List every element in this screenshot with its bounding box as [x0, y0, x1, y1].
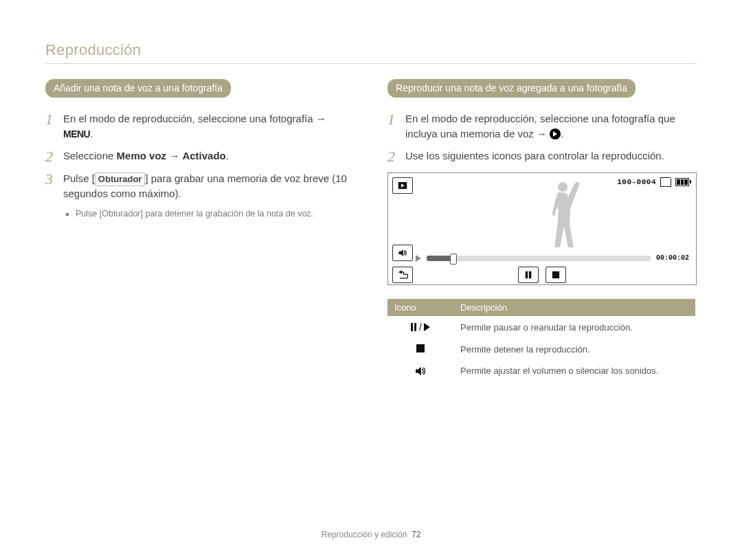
right-step-1: 1 En el modo de reproducción, seleccione… [387, 111, 697, 142]
play-rect-icon [398, 181, 407, 190]
t: . [226, 150, 229, 161]
svg-marker-3 [398, 249, 403, 256]
t-bold: Memo voz [117, 150, 167, 161]
volume-button[interactable] [392, 245, 413, 261]
step-body: Use los siguientes iconos para controlar… [405, 148, 697, 164]
stop-icon [416, 344, 425, 352]
camera-lcd-preview: 100-0004 [387, 172, 697, 285]
t: Pulse [ [76, 209, 102, 219]
header-desc: Descripción [453, 299, 695, 316]
desc-cell: Permite pausar o reanudar la reproducció… [453, 316, 695, 339]
icon-cell-volume [387, 360, 453, 382]
step-number: 1 [387, 112, 405, 127]
step-number: 1 [45, 112, 63, 127]
right-column: Reproducir una nota de voz agregada a un… [387, 79, 697, 381]
icon-cell-pauseplay: / [387, 316, 453, 339]
svg-point-2 [558, 182, 567, 192]
playback-disc-icon [550, 128, 561, 139]
volume-icon [414, 366, 427, 376]
lcd-transport-controls [518, 267, 566, 283]
menu-icon: MENU [63, 128, 90, 139]
step-body: En el modo de reproducción, seleccione u… [405, 111, 697, 142]
pause-button[interactable] [518, 267, 539, 283]
pause-play-icon: / [411, 322, 430, 333]
lcd-status-bar: 100-0004 [617, 177, 689, 187]
t: Seleccione [63, 150, 117, 161]
progress-track[interactable] [427, 256, 651, 261]
t: Pulse [ [63, 172, 95, 184]
icon-description-table: Icono Descripción / Permite pausar o rea… [387, 299, 695, 382]
page-number: 72 [412, 530, 420, 539]
back-button[interactable] [392, 267, 413, 283]
left-step-2: 2 Seleccione Memo voz → Activado. [45, 148, 355, 164]
pause-icon [524, 271, 532, 279]
file-counter: 100-0004 [617, 178, 656, 186]
desc-cell: Permite detener la reproducción. [453, 339, 695, 360]
progress-bar-row: 00:00:02 [416, 253, 689, 264]
left-step-3: 3 Pulse [Obturador] para grabar una memo… [45, 171, 355, 202]
button-key-label: Obturador [95, 172, 146, 187]
step-body: En el modo de reproducción, seleccione u… [63, 111, 355, 142]
lcd-top-left-buttons [392, 177, 413, 194]
svg-rect-7 [552, 271, 559, 278]
svg-rect-5 [526, 271, 528, 278]
desc-cell: Permite ajustar el volumen o silenciar l… [453, 360, 695, 382]
icon-cell-stop [387, 339, 453, 360]
right-step-2: 2 Use los siguientes iconos para control… [387, 148, 697, 164]
progress-thumb[interactable] [450, 254, 457, 265]
stop-button[interactable] [546, 267, 566, 283]
elapsed-time: 00:00:02 [656, 254, 689, 262]
section-rule [45, 63, 697, 64]
t: ] para detener la grabación de la nota d… [141, 209, 314, 219]
lcd-left-buttons [392, 245, 413, 261]
left-step-1: 1 En el modo de reproducción, seleccione… [45, 111, 355, 142]
table-header-row: Icono Descripción [387, 299, 695, 316]
mini-play-icon [416, 255, 421, 262]
table-row: / Permite pausar o reanudar la reproducc… [387, 316, 695, 339]
lcd-bottom-bar [388, 265, 696, 284]
table-row: Permite ajustar el volumen o silenciar l… [387, 360, 695, 382]
t: → [166, 150, 182, 161]
step-text: En el modo de reproducción, seleccione u… [63, 113, 326, 124]
step-number: 3 [45, 172, 63, 187]
step-body: Seleccione Memo voz → Activado. [63, 148, 355, 164]
svg-marker-8 [416, 367, 421, 375]
step-body: Pulse [Obturador] para grabar una memori… [63, 171, 355, 202]
header-icon: Icono [387, 299, 453, 316]
footer-section: Reproducción y edición [322, 530, 407, 539]
page-footer: Reproducción y edición 72 [0, 530, 742, 539]
left-step-3-sub: Pulse [Obturador] para detener la grabac… [63, 208, 355, 221]
step-number: 2 [45, 149, 63, 164]
right-heading-pill: Reproducir una nota de voz agregada a un… [387, 79, 636, 98]
stop-icon [552, 271, 560, 279]
playback-mode-icon [392, 177, 413, 194]
left-heading-pill: Añadir una nota de voz a una fotografía [45, 79, 231, 98]
volume-icon [398, 248, 407, 258]
table-row: Permite detener la reproducción. [387, 339, 695, 360]
section-title: Reproducción [45, 41, 697, 59]
two-column-layout: Añadir una nota de voz a una fotografía … [45, 79, 697, 381]
memory-card-icon [660, 177, 671, 187]
step-text: Use los siguientes iconos para controlar… [405, 150, 664, 161]
left-column: Añadir una nota de voz a una fotografía … [45, 79, 355, 381]
svg-rect-6 [529, 271, 531, 278]
battery-icon [675, 178, 689, 186]
button-key-label: Obturador [102, 209, 140, 219]
back-arrow-icon [397, 270, 408, 280]
step-text-suffix: . [90, 128, 93, 139]
t-bold: Activado [182, 150, 225, 161]
step-text-suffix: . [561, 128, 563, 139]
manual-page: Reproducción Añadir una nota de voz a un… [0, 0, 742, 560]
step-number: 2 [387, 149, 405, 164]
silhouette-figure [537, 179, 592, 250]
step-text: En el modo de reproducción, seleccione u… [405, 113, 675, 139]
